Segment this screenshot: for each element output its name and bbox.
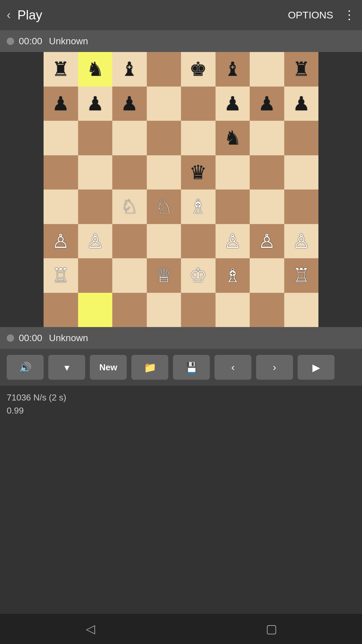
white-king-e2: ♔	[189, 266, 207, 285]
cell-e7[interactable]	[181, 87, 216, 121]
cell-g7[interactable]: ♟	[250, 87, 284, 121]
prev-button[interactable]: ‹	[215, 355, 251, 380]
cell-h3[interactable]: ♙	[284, 224, 319, 259]
black-king-e8: ♚	[189, 59, 207, 79]
cell-e5[interactable]: ♛	[181, 155, 216, 190]
volume-button[interactable]: 🔊	[7, 355, 44, 380]
header: ‹ Play OPTIONS ⋮	[0, 0, 362, 30]
cell-e3[interactable]	[181, 224, 216, 259]
cell-g5[interactable]	[250, 155, 284, 190]
black-pawn-g7: ♟	[258, 94, 276, 113]
cell-a5[interactable]	[44, 155, 78, 190]
more-button[interactable]: ⋮	[343, 8, 355, 22]
nav-square-button[interactable]: ▢	[258, 619, 285, 639]
cell-g4[interactable]	[250, 190, 284, 224]
analysis-line-2: 0.99	[7, 406, 355, 416]
cell-b2[interactable]	[78, 258, 113, 293]
white-pawn-g3: ♙	[258, 231, 276, 251]
page-title: Play	[17, 8, 288, 22]
cell-h5[interactable]	[284, 155, 319, 190]
cell-c3[interactable]	[112, 224, 147, 259]
cell-g8[interactable]	[250, 52, 284, 87]
cell-d6[interactable]	[147, 121, 181, 155]
black-knight-f6: ♞	[224, 128, 241, 148]
cell-b4[interactable]	[78, 190, 113, 224]
cell-a4[interactable]	[44, 190, 78, 224]
play-button[interactable]: ▶	[298, 355, 335, 380]
cell-g2[interactable]	[250, 258, 284, 293]
next-button[interactable]: ›	[256, 355, 293, 380]
analysis-panel: 71036 N/s (2 s) 0.99	[0, 386, 362, 614]
cell-b1[interactable]	[78, 293, 113, 327]
cell-d8[interactable]	[147, 52, 181, 87]
cell-d3[interactable]	[147, 224, 181, 259]
cell-f4[interactable]	[216, 190, 250, 224]
options-button[interactable]: OPTIONS	[288, 9, 333, 21]
cell-c7[interactable]: ♟	[112, 87, 147, 121]
nav-back-button[interactable]: ◁	[77, 619, 104, 639]
cell-h6[interactable]	[284, 121, 319, 155]
cell-c1[interactable]	[112, 293, 147, 327]
black-pawn-f7: ♟	[224, 94, 241, 113]
cell-c6[interactable]	[112, 121, 147, 155]
bottom-status-indicator	[7, 334, 14, 342]
cell-a7[interactable]: ♟	[44, 87, 78, 121]
cell-h2[interactable]: ♖	[284, 258, 319, 293]
cell-d7[interactable]	[147, 87, 181, 121]
cell-b3[interactable]: ♙	[78, 224, 113, 259]
cell-c8[interactable]: ♝	[112, 52, 147, 87]
black-pawn-a7: ♟	[52, 94, 69, 113]
cell-d1[interactable]	[147, 293, 181, 327]
cell-e1[interactable]	[181, 293, 216, 327]
cell-b5[interactable]	[78, 155, 113, 190]
white-pawn-a3: ♙	[52, 231, 69, 251]
cell-a1[interactable]	[44, 293, 78, 327]
status-indicator	[7, 38, 14, 45]
cell-f7[interactable]: ♟	[216, 87, 250, 121]
controls-bar: 🔊 ▾ New 📁 💾 ‹ › ▶	[0, 349, 362, 386]
cell-f6[interactable]: ♞	[216, 121, 250, 155]
cell-h7[interactable]: ♟	[284, 87, 319, 121]
folder-button[interactable]: 📁	[131, 355, 168, 380]
cell-f3[interactable]: ♙	[216, 224, 250, 259]
white-pawn-b3: ♙	[86, 231, 104, 251]
cell-c5[interactable]	[112, 155, 147, 190]
save-button[interactable]: 💾	[173, 355, 210, 380]
white-knight-d4: ♘	[155, 197, 173, 216]
cell-a6[interactable]	[44, 121, 78, 155]
cell-g3[interactable]: ♙	[250, 224, 284, 259]
cell-f5[interactable]	[216, 155, 250, 190]
cell-e8[interactable]: ♚	[181, 52, 216, 87]
cell-g6[interactable]	[250, 121, 284, 155]
back-button[interactable]: ‹	[7, 8, 11, 22]
cell-h4[interactable]	[284, 190, 319, 224]
cell-h1[interactable]	[284, 293, 319, 327]
cell-d5[interactable]	[147, 155, 181, 190]
cell-h8[interactable]: ♜	[284, 52, 319, 87]
cell-f1[interactable]	[216, 293, 250, 327]
chess-board[interactable]: ♜♞♝♚♝♜♟♟♟♟♟♟♞♛♘♘♗♙♙♙♙♙♖♕♔♗♖	[44, 52, 318, 327]
cell-e2[interactable]: ♔	[181, 258, 216, 293]
new-button[interactable]: New	[90, 355, 127, 380]
white-pawn-f3: ♙	[224, 231, 241, 251]
cell-b6[interactable]	[78, 121, 113, 155]
dropdown-button[interactable]: ▾	[48, 355, 85, 380]
cell-f2[interactable]: ♗	[216, 258, 250, 293]
cell-b7[interactable]: ♟	[78, 87, 113, 121]
cell-a2[interactable]: ♖	[44, 258, 78, 293]
cell-a3[interactable]: ♙	[44, 224, 78, 259]
white-rook-a2: ♖	[52, 266, 69, 285]
cell-b8[interactable]: ♞	[78, 52, 113, 87]
cell-a8[interactable]: ♜	[44, 52, 78, 87]
cell-e6[interactable]	[181, 121, 216, 155]
white-knight-c4: ♘	[121, 197, 138, 216]
cell-d4[interactable]: ♘	[147, 190, 181, 224]
cell-d2[interactable]: ♕	[147, 258, 181, 293]
cell-g1[interactable]	[250, 293, 284, 327]
cell-c4[interactable]: ♘	[112, 190, 147, 224]
black-rook-a8: ♜	[52, 59, 69, 79]
white-bishop-e4: ♗	[189, 197, 207, 216]
cell-c2[interactable]	[112, 258, 147, 293]
cell-f8[interactable]: ♝	[216, 52, 250, 87]
cell-e4[interactable]: ♗	[181, 190, 216, 224]
